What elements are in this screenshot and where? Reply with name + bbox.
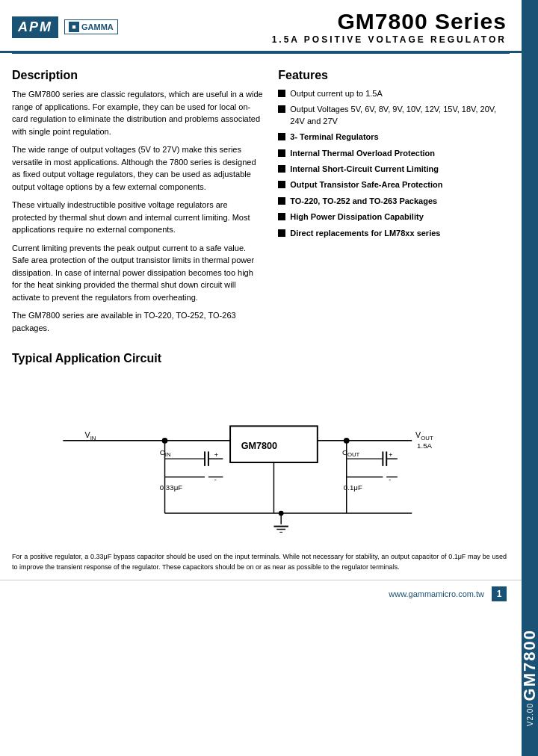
svg-text:1.5A: 1.5A: [417, 441, 433, 450]
gamma-label: GAMMA: [81, 22, 114, 31]
page-header: APM ■ GAMMA GM7800 Series 1.5A POSITIVE …: [0, 0, 522, 53]
description-p4: Current limiting prevents the peak outpu…: [12, 242, 263, 304]
sidebar-product-label: GM7800: [520, 629, 538, 701]
feature-text: High Power Dissipation Capability: [290, 211, 423, 223]
description-section: Description The GM7800 series are classi…: [12, 69, 263, 340]
sidebar-version-label: V2.00: [526, 703, 534, 726]
circuit-svg: VIN CIN 0.33μF + -: [19, 380, 499, 545]
description-p2: The wide range of output voltages (5V to…: [12, 143, 263, 193]
list-item: Output Voltages 5V, 6V, 8V, 9V, 10V, 12V…: [278, 104, 507, 127]
description-title: Description: [12, 69, 263, 82]
svg-text:VOUT: VOUT: [415, 430, 433, 441]
gamma-logo: ■ GAMMA: [64, 19, 118, 34]
feature-text: Output Transistor Safe-Area Protection: [290, 179, 442, 190]
product-subtitle: 1.5A POSITIVE VOLTAGE REGULATOR: [272, 34, 507, 45]
sidebar-stripe: GM7800 V2.00: [522, 0, 538, 756]
logo-area: APM ■ GAMMA: [12, 16, 118, 38]
bullet-icon: [278, 165, 285, 173]
feature-text: Output Voltages 5V, 6V, 8V, 9V, 10V, 12V…: [290, 104, 507, 127]
svg-text:VIN: VIN: [85, 430, 96, 441]
svg-text:COUT: COUT: [342, 448, 360, 458]
svg-text:+: +: [214, 451, 218, 459]
list-item: Direct replacements for LM78xx series: [278, 228, 507, 239]
svg-text:0.33μF: 0.33μF: [160, 483, 183, 492]
feature-text: Direct replacements for LM78xx series: [290, 228, 440, 239]
feature-text: Internal Short-Circuit Current Limiting: [290, 164, 439, 175]
page-number: 1: [492, 586, 507, 601]
bullet-icon: [278, 181, 285, 188]
header-divider: [12, 53, 510, 54]
website-label: www.gammamicro.com.tw: [389, 589, 484, 598]
features-title: Features: [278, 69, 507, 82]
list-item: Internal Thermal Overload Protection: [278, 148, 507, 159]
features-list: Output current up to 1.5A Output Voltage…: [278, 88, 507, 239]
circuit-section: Typical Application Circuit VIN: [0, 340, 522, 572]
svg-text:+: +: [389, 451, 392, 459]
description-p3: These virtually indestructible positive …: [12, 199, 263, 236]
product-title: GM7800 Series: [272, 9, 507, 34]
list-item: Output current up to 1.5A: [278, 88, 507, 99]
circuit-title: Typical Application Circuit: [12, 352, 507, 365]
content-area: Description The GM7800 series are classi…: [0, 57, 522, 340]
feature-text: TO-220, TO-252 and TO-263 Packages: [290, 196, 437, 207]
svg-text:-: -: [214, 476, 217, 483]
list-item: TO-220, TO-252 and TO-263 Packages: [278, 196, 507, 207]
list-item: Output Transistor Safe-Area Protection: [278, 179, 507, 190]
bullet-icon: [278, 133, 285, 140]
feature-text: 3- Terminal Regulators: [290, 131, 378, 143]
circuit-caption: For a positive regulator, a 0.33μF bypas…: [12, 552, 507, 572]
circuit-diagram: VIN CIN 0.33μF + -: [19, 380, 499, 545]
page-footer: www.gammamicro.com.tw 1: [0, 580, 522, 607]
description-p1: The GM7800 series are classic regulators…: [12, 88, 263, 137]
bullet-icon: [278, 213, 285, 220]
bullet-icon: [278, 90, 285, 97]
list-item: High Power Dissipation Capability: [278, 211, 507, 223]
svg-point-35: [279, 511, 284, 516]
bullet-icon: [278, 105, 285, 113]
features-section: Features Output current up to 1.5A Outpu…: [278, 69, 507, 340]
bullet-icon: [278, 229, 285, 237]
feature-text: Internal Thermal Overload Protection: [290, 148, 435, 159]
list-item: 3- Terminal Regulators: [278, 131, 507, 143]
feature-text: Output current up to 1.5A: [290, 88, 383, 99]
svg-text:GM7800: GM7800: [241, 441, 277, 451]
description-p5: The GM7800 series are available in TO-22…: [12, 309, 263, 334]
list-item: Internal Short-Circuit Current Limiting: [278, 164, 507, 175]
apm-logo: APM: [12, 16, 58, 38]
bullet-icon: [278, 197, 285, 205]
gamma-icon: ■: [69, 22, 79, 32]
svg-text:0.1μF: 0.1μF: [344, 483, 362, 492]
svg-text:-: -: [389, 476, 391, 483]
title-area: GM7800 Series 1.5A POSITIVE VOLTAGE REGU…: [272, 9, 507, 45]
bullet-icon: [278, 149, 285, 157]
